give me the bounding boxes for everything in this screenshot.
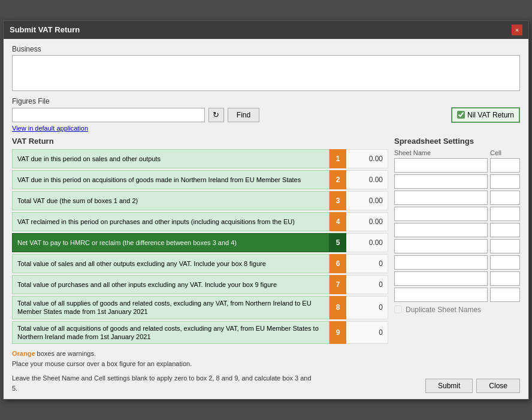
close-icon[interactable]: × <box>512 25 522 35</box>
vat-row-description: VAT due in this period on acquisitions o… <box>12 170 330 189</box>
ss-cell-input[interactable] <box>490 239 520 253</box>
vat-row: Net VAT to pay to HMRC or reclaim (the d… <box>12 233 388 252</box>
title-bar: Submit VAT Return × <box>4 21 528 39</box>
vat-row-value: 0.00 <box>346 233 388 252</box>
ss-row <box>394 223 520 237</box>
ss-row <box>394 288 520 302</box>
vat-row-value: 0 <box>346 321 388 345</box>
ss-sheet-wrapper <box>394 207 488 221</box>
ss-cell-input[interactable] <box>490 174 520 189</box>
ss-sheet-dropdown[interactable] <box>394 271 488 286</box>
vat-return-header: VAT Return <box>12 137 388 146</box>
ss-cell-input[interactable] <box>490 158 520 173</box>
vat-row: Total value of all supplies of goods and… <box>12 296 388 319</box>
vat-return-section: VAT Return VAT due in this period on sal… <box>12 137 388 368</box>
vat-row-value: 0 <box>346 254 388 273</box>
vat-row: Total value of sales and all other outpu… <box>12 254 388 273</box>
ss-sheet-wrapper <box>394 271 488 286</box>
ss-sheet-dropdown[interactable] <box>394 158 488 173</box>
ss-row <box>394 191 520 205</box>
vat-box-number: 8 <box>330 296 346 319</box>
figures-file-row: ↻ Find Nil VAT Return <box>12 107 520 123</box>
vat-box-number: 5 <box>330 233 346 252</box>
dialog: Submit VAT Return × Business Figures Fil… <box>3 20 529 400</box>
dialog-title: Submit VAT Return <box>10 25 80 34</box>
ss-sheet-dropdown[interactable] <box>394 191 488 205</box>
vat-row: VAT due in this period on acquisitions o… <box>12 170 388 189</box>
vat-box-number: 1 <box>330 149 346 168</box>
find-button[interactable]: Find <box>228 108 259 122</box>
vat-box-number: 4 <box>330 212 346 231</box>
ss-sheet-dropdown[interactable] <box>394 174 488 189</box>
ss-sheet-dropdown[interactable] <box>394 288 488 302</box>
vat-row-value: 0 <box>346 296 388 319</box>
footer-note: Leave the Sheet Name and Cell settings b… <box>12 373 312 393</box>
duplicate-sheet-row: Duplicate Sheet Names <box>394 306 520 314</box>
vat-box-number: 3 <box>330 191 346 210</box>
bottom-buttons: Submit Close <box>425 379 520 393</box>
warning-text: Orange boxes are warnings. Place your mo… <box>12 349 388 368</box>
vat-row: Total VAT due (the sum of boxes 1 and 2)… <box>12 191 388 210</box>
duplicate-sheet-label: Duplicate Sheet Names <box>406 306 481 314</box>
figures-file-input[interactable] <box>12 108 205 122</box>
ss-row <box>394 174 520 189</box>
vat-row-value: 0 <box>346 275 388 294</box>
vat-row-value: 0.00 <box>346 191 388 210</box>
vat-row-description: Total value of sales and all other outpu… <box>12 254 330 273</box>
vat-row-value: 0.00 <box>346 149 388 168</box>
vat-box-number: 9 <box>330 321 346 345</box>
refresh-button[interactable]: ↻ <box>208 108 224 122</box>
ss-cell-input[interactable] <box>490 271 520 286</box>
submit-button[interactable]: Submit <box>425 379 473 393</box>
ss-row <box>394 239 520 253</box>
figures-file-label: Figures File <box>12 97 520 105</box>
ss-sheet-dropdown[interactable] <box>394 223 488 237</box>
ss-sheet-wrapper <box>394 191 488 205</box>
vat-box-number: 7 <box>330 275 346 294</box>
ss-row <box>394 158 520 173</box>
orange-label: Orange <box>12 350 35 357</box>
vat-row-description: VAT reclaimed in this period on purchase… <box>12 212 330 231</box>
nil-vat-checkbox[interactable] <box>457 111 465 119</box>
nil-vat-label[interactable]: Nil VAT Return <box>451 107 520 123</box>
ss-row <box>394 207 520 221</box>
spreadsheet-section: Spreadsheet Settings Sheet Name Cell Dup… <box>394 137 520 368</box>
vat-row-description: Total value of purchases and all other i… <box>12 275 330 294</box>
ss-sheet-dropdown[interactable] <box>394 207 488 221</box>
ss-cell-input[interactable] <box>490 255 520 270</box>
ss-sheet-dropdown[interactable] <box>394 239 488 253</box>
ss-cell-input[interactable] <box>490 207 520 221</box>
view-default-app-link[interactable]: View in default application <box>12 125 88 132</box>
ss-row <box>394 255 520 270</box>
ss-sheet-wrapper <box>394 158 488 173</box>
vat-row-value: 0.00 <box>346 170 388 189</box>
business-input-area[interactable] <box>12 55 520 91</box>
spreadsheet-header: Spreadsheet Settings <box>394 137 520 147</box>
vat-row-description: Total value of all acquisitions of goods… <box>12 321 330 345</box>
ss-sheet-dropdown[interactable] <box>394 255 488 270</box>
duplicate-sheet-checkbox <box>394 306 402 313</box>
vat-row: VAT due in this period on sales and othe… <box>12 149 388 168</box>
vat-row-description: Net VAT to pay to HMRC or reclaim (the d… <box>12 233 330 252</box>
vat-row: VAT reclaimed in this period on purchase… <box>12 212 388 231</box>
vat-rows-container: VAT due in this period on sales and othe… <box>12 149 388 344</box>
vat-box-number: 2 <box>330 170 346 189</box>
ss-cell-input[interactable] <box>490 288 520 302</box>
vat-row-description: Total value of all supplies of goods and… <box>12 296 330 319</box>
col-sheet-label: Sheet Name <box>394 149 488 156</box>
ss-rows-container <box>394 158 520 302</box>
close-button[interactable]: Close <box>476 379 520 393</box>
footer-bottom: Leave the Sheet Name and Cell settings b… <box>12 373 520 393</box>
ss-row <box>394 271 520 286</box>
vat-row-value: 0.00 <box>346 212 388 231</box>
ss-cell-input[interactable] <box>490 191 520 205</box>
ss-sheet-wrapper <box>394 255 488 270</box>
vat-box-number: 6 <box>330 254 346 273</box>
col-cell-label: Cell <box>490 149 520 156</box>
ss-sheet-wrapper <box>394 174 488 189</box>
ss-cell-input[interactable] <box>490 223 520 237</box>
ss-sheet-wrapper <box>394 239 488 253</box>
ss-sheet-wrapper <box>394 223 488 237</box>
vat-row: Total value of purchases and all other i… <box>12 275 388 294</box>
vat-row-description: VAT due in this period on sales and othe… <box>12 149 330 168</box>
